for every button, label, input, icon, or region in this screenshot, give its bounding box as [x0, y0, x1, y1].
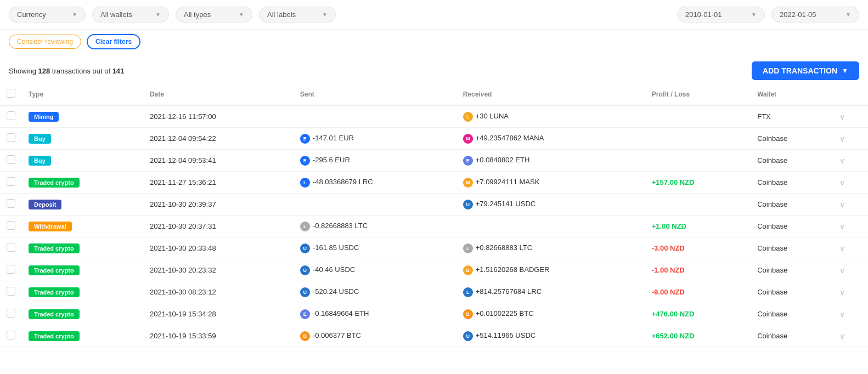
row-sent-cell: U-161.85 USDC: [294, 237, 456, 259]
date-from-picker[interactable]: 2010-01-01 ▼: [677, 7, 765, 22]
expand-row-button[interactable]: ∨: [839, 310, 845, 319]
row-received-cell: B+0.01002225 BTC: [456, 303, 645, 325]
row-type-cell: Buy: [22, 128, 143, 150]
row-received-cell: B+1.51620268 BADGER: [456, 259, 645, 281]
row-expand-cell: ∨: [833, 259, 868, 281]
received-coin-icon: L: [463, 287, 473, 297]
expand-row-button[interactable]: ∨: [839, 244, 845, 253]
row-1-checkbox[interactable]: [7, 133, 15, 142]
row-expand-cell: ∨: [833, 194, 868, 216]
row-checkbox-cell: [0, 281, 22, 303]
type-badge: Buy: [29, 134, 51, 144]
type-badge: Withdrawal: [29, 222, 72, 231]
summary-row: Showing 128 transactions out of 141 ADD …: [0, 56, 868, 83]
row-6-checkbox[interactable]: [7, 243, 15, 252]
row-sent-cell: [294, 105, 456, 128]
types-filter[interactable]: All types ▼: [176, 7, 252, 22]
type-badge: Traded crypto: [29, 287, 80, 297]
expand-row-button[interactable]: ∨: [839, 178, 845, 187]
row-type-cell: Traded crypto: [22, 303, 143, 325]
filter-row2: Consider reviewing Clear filters: [0, 30, 868, 56]
expand-row-button[interactable]: ∨: [839, 266, 845, 275]
row-checkbox-cell: [0, 172, 22, 194]
row-date-cell: 2021-10-30 20:23:32: [143, 259, 294, 281]
clear-filters-button[interactable]: Clear filters: [87, 34, 140, 49]
row-5-checkbox[interactable]: [7, 221, 15, 230]
type-badge: Buy: [29, 156, 51, 166]
row-date-cell: 2021-10-19 15:33:59: [143, 325, 294, 347]
row-wallet-cell: Coinbase: [751, 237, 832, 259]
row-expand-cell: ∨: [833, 281, 868, 303]
row-type-cell: Traded crypto: [22, 281, 143, 303]
row-wallet-cell: Coinbase: [751, 128, 832, 150]
table-row: Traded crypto2021-10-30 20:23:32U-40.46 …: [0, 259, 868, 281]
table-row: Traded crypto2021-10-19 15:34:28E-0.1684…: [0, 303, 868, 325]
profit-value: -3.00 NZD: [652, 244, 685, 252]
row-profit-cell: [645, 128, 751, 150]
expand-row-button[interactable]: ∨: [839, 222, 845, 231]
received-coin-icon: B: [463, 309, 473, 319]
row-received-cell: E+0.0840802 ETH: [456, 150, 645, 172]
header-sent: Sent: [294, 83, 456, 105]
row-expand-cell: ∨: [833, 128, 868, 150]
row-date-cell: 2021-10-30 20:33:48: [143, 237, 294, 259]
row-received-cell: L+0.82668883 LTC: [456, 237, 645, 259]
row-2-checkbox[interactable]: [7, 155, 15, 164]
row-0-checkbox[interactable]: [7, 111, 15, 120]
date-to-arrow: ▼: [846, 12, 851, 18]
table-row: Buy2021-12-04 09:54:22E-147.01 EURM+49.2…: [0, 128, 868, 150]
select-all-checkbox[interactable]: [7, 89, 15, 98]
expand-row-button[interactable]: ∨: [839, 288, 845, 297]
expand-row-button[interactable]: ∨: [839, 112, 845, 121]
row-date-cell: 2021-12-04 09:53:41: [143, 150, 294, 172]
sent-coin-icon: L: [300, 178, 310, 188]
table-row: Traded crypto2021-10-19 15:33:59B-0.0063…: [0, 325, 868, 347]
row-received-cell: M+49.23547862 MANA: [456, 128, 645, 150]
table-row: Mining2021-12-16 11:57:00L+30 LUNAFTX∨: [0, 105, 868, 128]
row-received-cell: [456, 216, 645, 237]
row-date-cell: 2021-12-04 09:54:22: [143, 128, 294, 150]
table-row: Withdrawal2021-10-30 20:37:31L-0.8266888…: [0, 216, 868, 237]
row-type-cell: Traded crypto: [22, 172, 143, 194]
row-wallet-cell: Coinbase: [751, 303, 832, 325]
received-coin-icon: L: [463, 243, 473, 253]
row-wallet-cell: Coinbase: [751, 281, 832, 303]
row-received-cell: U+514.11965 USDC: [456, 325, 645, 347]
expand-row-button[interactable]: ∨: [839, 134, 845, 143]
row-checkbox-cell: [0, 259, 22, 281]
row-wallet-cell: Coinbase: [751, 150, 832, 172]
row-profit-cell: -1.00 NZD: [645, 259, 751, 281]
row-4-checkbox[interactable]: [7, 199, 15, 208]
sent-coin-icon: U: [300, 287, 310, 297]
header-profit-loss: Profit / Loss: [645, 83, 751, 105]
row-type-cell: Traded crypto: [22, 237, 143, 259]
date-to-picker[interactable]: 2022-01-05 ▼: [771, 7, 859, 22]
row-sent-cell: U-40.46 USDC: [294, 259, 456, 281]
row-date-cell: 2021-10-30 20:39:37: [143, 194, 294, 216]
expand-row-button[interactable]: ∨: [839, 332, 845, 341]
wallets-filter[interactable]: All wallets ▼: [92, 7, 169, 22]
add-transaction-button[interactable]: ADD TRANSACTION ▼: [752, 61, 859, 80]
received-coin-icon: E: [463, 156, 473, 166]
labels-filter-arrow: ▼: [322, 12, 328, 18]
expand-row-button[interactable]: ∨: [839, 156, 845, 165]
sent-coin-icon: U: [300, 265, 310, 275]
type-badge: Traded crypto: [29, 178, 80, 188]
header-expand: [833, 83, 868, 105]
row-date-cell: 2021-11-27 15:36:21: [143, 172, 294, 194]
row-9-checkbox[interactable]: [7, 309, 15, 318]
row-10-checkbox[interactable]: [7, 331, 15, 339]
expand-row-button[interactable]: ∨: [839, 200, 845, 209]
row-wallet-cell: Coinbase: [751, 172, 832, 194]
row-7-checkbox[interactable]: [7, 265, 15, 274]
row-profit-cell: [645, 105, 751, 128]
row-checkbox-cell: [0, 128, 22, 150]
row-sent-cell: U-520.24 USDC: [294, 281, 456, 303]
labels-filter[interactable]: All labels ▼: [259, 7, 336, 22]
consider-reviewing-button[interactable]: Consider reviewing: [9, 35, 81, 49]
row-expand-cell: ∨: [833, 172, 868, 194]
row-3-checkbox[interactable]: [7, 177, 15, 186]
currency-filter[interactable]: Currency ▼: [9, 7, 86, 22]
row-8-checkbox[interactable]: [7, 287, 15, 296]
row-profit-cell: [645, 150, 751, 172]
